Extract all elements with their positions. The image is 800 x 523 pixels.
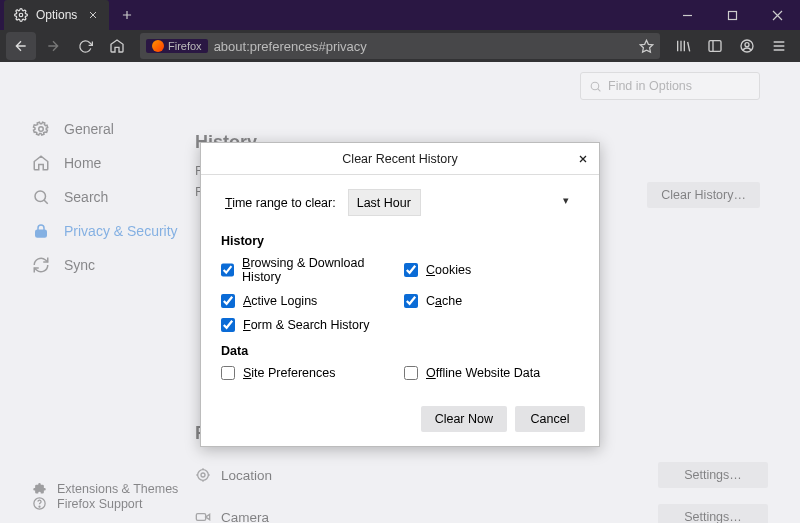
group-history-heading: History: [221, 234, 579, 248]
clear-now-button[interactable]: Clear Now: [421, 406, 507, 432]
check-form[interactable]: Form & Search History: [221, 318, 396, 332]
check-logins[interactable]: Active Logins: [221, 294, 396, 308]
nav-reload-button[interactable]: [70, 32, 100, 60]
firefox-logo-icon: [152, 40, 164, 52]
range-label-rest: ime range to clear:: [232, 196, 336, 210]
window-maximize[interactable]: [710, 0, 755, 30]
sidebar-button[interactable]: [700, 32, 730, 60]
new-tab-button[interactable]: [113, 1, 141, 29]
window-close[interactable]: [755, 0, 800, 30]
svg-point-5: [745, 43, 749, 47]
dialog-titlebar: Clear Recent History: [201, 143, 599, 175]
url-bar[interactable]: Firefox about:preferences#privacy: [140, 33, 660, 59]
clear-history-dialog: Clear Recent History Time range to clear…: [200, 142, 600, 447]
window-minimize[interactable]: [665, 0, 710, 30]
dialog-title: Clear Recent History: [342, 152, 457, 166]
url-text: about:preferences#privacy: [214, 39, 367, 54]
check-site-prefs[interactable]: Site Preferences: [221, 366, 396, 380]
svg-point-0: [19, 13, 23, 17]
nav-forward-button[interactable]: [38, 32, 68, 60]
window-controls: [665, 0, 800, 30]
titlebar: Options: [0, 0, 800, 30]
identity-label: Firefox: [168, 40, 202, 52]
svg-rect-1: [729, 11, 737, 19]
library-button[interactable]: [668, 32, 698, 60]
time-range-label: Time range to clear:: [221, 196, 336, 210]
time-range-select[interactable]: Last Hour: [348, 189, 421, 216]
navbar: Firefox about:preferences#privacy: [0, 30, 800, 62]
identity-badge[interactable]: Firefox: [146, 39, 208, 53]
nav-back-button[interactable]: [6, 32, 36, 60]
gear-icon: [14, 8, 28, 22]
check-offline[interactable]: Offline Website Data: [404, 366, 579, 380]
tab-title: Options: [36, 8, 77, 22]
svg-marker-2: [640, 40, 653, 52]
tab-close-icon[interactable]: [85, 7, 101, 23]
check-browsing[interactable]: Browsing & Download History: [221, 256, 396, 284]
bookmark-star-icon[interactable]: [639, 39, 654, 54]
app-menu-button[interactable]: [764, 32, 794, 60]
group-data-heading: Data: [221, 344, 579, 358]
dialog-close-button[interactable]: [573, 149, 593, 169]
account-button[interactable]: [732, 32, 762, 60]
cancel-button[interactable]: Cancel: [515, 406, 585, 432]
check-cookies[interactable]: Cookies: [404, 256, 579, 284]
nav-home-button[interactable]: [102, 32, 132, 60]
svg-rect-3: [709, 41, 721, 52]
browser-tab[interactable]: Options: [4, 0, 109, 30]
check-cache[interactable]: Cache: [404, 294, 579, 308]
